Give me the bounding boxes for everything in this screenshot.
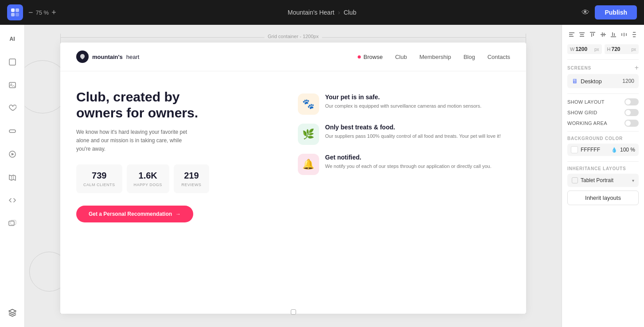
alignment-row (567, 30, 639, 39)
working-area-toggle[interactable] (624, 120, 639, 127)
canvas-area: Grid container - 1200px mountain's heart… (25, 25, 562, 327)
preview-features: 🐾 Your pet is in safe. Our complex is eq… (298, 89, 511, 222)
svg-rect-2 (11, 13, 15, 16)
add-screen-button[interactable]: + (635, 64, 639, 71)
svg-rect-25 (612, 32, 613, 36)
show-grid-toggle[interactable] (624, 109, 639, 116)
width-field[interactable]: W 1200 px (567, 44, 602, 54)
svg-rect-20 (593, 33, 594, 36)
svg-rect-14 (569, 36, 574, 37)
resize-handle[interactable] (291, 309, 296, 315)
inherit-dropdown[interactable]: Tablet Portrait ▾ (567, 174, 639, 187)
breadcrumb-first: Mountain's Heart (288, 9, 334, 16)
left-sidebar: AI (0, 25, 25, 327)
zoom-control: − 75 % + (28, 8, 56, 16)
show-layout-row: SHOW LAYOUT (567, 98, 639, 105)
sidebar-icon-layout[interactable] (5, 55, 20, 69)
stat-num-calm: 739 (83, 171, 115, 181)
sidebar-icon-photos[interactable] (5, 216, 20, 230)
zoom-in-button[interactable]: + (51, 8, 56, 16)
sidebar-icon-favorites[interactable] (5, 101, 20, 115)
topbar: − 75 % + Mountain's Heart › Club 👁 Publi… (0, 0, 644, 25)
bg-color-value: FFFFFF (581, 147, 609, 153)
show-layout-toggle[interactable] (624, 98, 639, 105)
sidebar-icon-components[interactable] (5, 124, 20, 138)
bg-color-row[interactable]: FFFFFF 💧 100 % (567, 144, 639, 156)
feature-title-safe: Your pet is in safe. (325, 93, 482, 101)
svg-rect-24 (611, 36, 616, 37)
stat-card-reviews: 219 REVIEWS (174, 164, 209, 193)
align-bottom-icon[interactable] (609, 30, 618, 39)
nav-link-contacts[interactable]: Contacts (488, 54, 510, 60)
breadcrumb-second: Club (343, 9, 356, 16)
stat-label-calm: CALM CLIENTS (83, 183, 115, 187)
preview-button[interactable]: 👁 (582, 8, 589, 17)
logo-text-bold: mountain's (92, 54, 123, 60)
svg-rect-5 (9, 82, 16, 88)
inherit-layouts-button[interactable]: Inherit layouts (567, 191, 639, 205)
monitor-icon: 🖥 (572, 78, 578, 85)
distribute-v-icon[interactable] (630, 30, 639, 39)
nav-link-browse[interactable]: Browse (358, 54, 382, 60)
publish-button[interactable]: Publish (595, 5, 637, 19)
sidebar-icon-media[interactable] (5, 147, 20, 161)
app-logo[interactable] (7, 4, 23, 20)
svg-rect-17 (580, 36, 584, 37)
cta-button[interactable]: Get a Personal Recommendation → (76, 206, 193, 222)
feature-card-safe: 🐾 Your pet is in safe. Our complex is eq… (298, 93, 511, 115)
inherit-checkbox[interactable] (572, 177, 578, 183)
align-top-icon[interactable] (588, 30, 597, 39)
stat-num-happy: 1.6K (134, 171, 162, 181)
svg-point-6 (11, 84, 12, 85)
align-center-icon[interactable] (578, 30, 587, 39)
align-left-icon[interactable] (567, 30, 576, 39)
zoom-out-button[interactable]: − (28, 8, 33, 16)
opacity-icon: 💧 (611, 147, 617, 153)
sidebar-icon-map[interactable] (5, 170, 20, 184)
svg-rect-0 (11, 8, 15, 12)
feature-text-food: Only best treats & food. Our suppliers p… (325, 124, 501, 140)
height-field[interactable]: H 720 px (605, 44, 639, 54)
show-layout-label: SHOW LAYOUT (567, 99, 605, 105)
stat-card-calm-clients: 739 CALM CLIENTS (76, 164, 122, 193)
svg-rect-7 (9, 130, 16, 132)
svg-rect-32 (633, 36, 636, 37)
sidebar-icon-ai[interactable]: AI (5, 32, 20, 46)
feature-icon-bell: 🔔 (298, 154, 319, 175)
color-swatch (571, 146, 578, 153)
screen-selector[interactable]: 🖥 Desktop 1200 (567, 74, 639, 88)
sidebar-icon-code[interactable] (5, 193, 20, 207)
nav-link-blog[interactable]: Blog (464, 54, 475, 60)
distribute-h-icon[interactable] (620, 30, 628, 39)
svg-rect-3 (16, 13, 19, 16)
sidebar-icon-image[interactable] (5, 78, 20, 92)
breadcrumb: Mountain's Heart › Club (288, 9, 356, 16)
feature-desc-safe: Our complex is equipped with surveillanc… (325, 102, 482, 110)
grid-container-label: Grid container - 1200px (264, 34, 322, 39)
width-unit: px (594, 47, 599, 52)
nav-link-membership[interactable]: Membership (419, 54, 451, 60)
stat-num-reviews: 219 (181, 171, 202, 181)
sidebar-icon-layers[interactable] (5, 306, 20, 320)
width-label: W (570, 47, 574, 52)
height-label: H (607, 47, 611, 52)
chevron-down-icon: ▾ (632, 178, 634, 183)
svg-marker-9 (12, 153, 14, 156)
zoom-value: 75 % (36, 9, 49, 16)
logo-icon (76, 51, 89, 63)
cta-label: Get a Personal Recommendation (89, 211, 172, 217)
svg-rect-28 (624, 33, 624, 36)
svg-rect-30 (633, 32, 636, 33)
feature-desc-notify: We notify you of each of our steps throu… (325, 163, 492, 170)
preview-left: Club, created by owners for owners. We k… (76, 89, 289, 222)
preview-logo: mountain's heart (76, 51, 139, 63)
svg-rect-12 (569, 32, 574, 33)
screens-section-label: SCREENS + (567, 64, 639, 71)
svg-rect-21 (601, 34, 606, 35)
topbar-left: − 75 % + (7, 4, 56, 20)
feature-icon-paw: 🐾 (298, 93, 319, 115)
nav-link-club[interactable]: Club (395, 54, 407, 60)
align-middle-icon[interactable] (599, 30, 608, 39)
stat-label-reviews: REVIEWS (181, 183, 202, 187)
preview-nav: mountain's heart Browse Club Membership … (60, 43, 526, 71)
